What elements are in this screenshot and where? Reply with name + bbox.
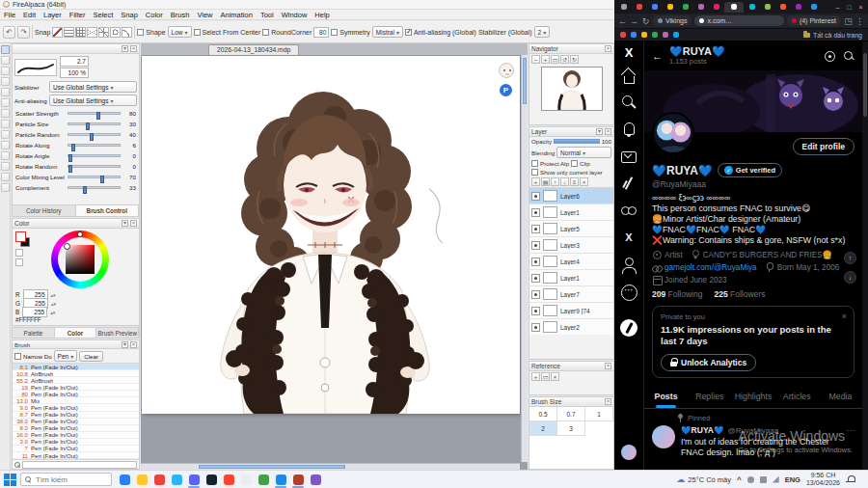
select-from-center-checkbox[interactable] [194,29,201,36]
eraser-tool-icon[interactable] [1,56,10,65]
post-avatar[interactable] [652,425,675,448]
layer-visibility-icon[interactable] [531,274,540,283]
snap-off-icon[interactable] [52,27,63,38]
panel-close-icon[interactable] [130,45,137,52]
bookmark-icon[interactable] [652,32,658,38]
layer-row[interactable]: Layer4 [529,254,613,270]
browser-tab[interactable] [724,2,744,13]
scroll-up-button[interactable] [844,252,856,264]
tray-expand-icon[interactable] [737,475,742,484]
snap-cross-icon[interactable] [75,27,86,38]
address-pill[interactable]: Vikings [653,15,692,26]
bookmark-icon[interactable] [641,32,647,38]
quality-select[interactable]: Low [168,26,192,38]
canvas-artwork[interactable] [142,56,520,414]
communities-icon[interactable] [619,202,638,221]
layer-visibility-icon[interactable] [531,307,540,315]
zoom-in-icon[interactable] [541,55,550,64]
back-icon[interactable] [618,16,627,26]
close-button[interactable] [855,4,866,11]
layer-row[interactable]: Layer7 [529,286,613,303]
vertical-scrollbar[interactable] [521,55,528,462]
slider-track[interactable] [68,165,121,168]
stepper-icon[interactable]: ▴▾ [51,301,56,307]
brush-opacity-input[interactable]: 100 % [60,68,89,78]
notifications-icon[interactable] [846,474,855,484]
panel-close-icon[interactable] [605,128,611,135]
menu-item[interactable]: Select [89,11,117,19]
taskbar-search[interactable] [20,473,112,486]
clear-reference-icon[interactable] [551,372,559,381]
antialiasing-checkbox[interactable] [405,29,412,36]
brush-filter-select[interactable]: Pen [54,350,78,362]
swap-colors-button[interactable] [15,249,23,257]
grok-icon[interactable] [619,175,638,194]
layer-row[interactable]: Layer1 [529,204,613,221]
layer-visibility-icon[interactable] [531,225,540,233]
rotate-right-icon[interactable] [570,55,579,64]
move-tool-icon[interactable] [1,141,10,149]
taskbar-app-icon[interactable] [150,472,168,488]
panel-close-icon[interactable] [605,45,611,52]
browser-tab[interactable] [760,2,774,13]
layer-row[interactable]: Layer5 [529,221,613,237]
panel-menu-icon[interactable] [122,45,128,52]
x-logo-icon[interactable] [619,43,638,61]
menu-item[interactable]: Color [142,11,167,19]
forward-icon[interactable] [630,16,638,26]
browser-tab[interactable] [745,2,759,13]
clipping-checkbox[interactable] [571,160,578,167]
airbrush-tool-icon[interactable] [1,77,10,86]
browser-tab[interactable] [647,2,662,13]
menu-item[interactable]: Snap [117,11,142,19]
get-verified-button[interactable]: Get verified [718,163,782,177]
slider-track[interactable] [68,144,121,147]
clock[interactable]: 9:56 CH 13/04/2026 [806,472,840,487]
show-only-checkbox[interactable] [531,169,538,176]
panel-menu-icon[interactable] [122,220,128,227]
minimize-button[interactable] [832,4,843,11]
narrow-down-checkbox[interactable] [14,353,21,360]
gradient-tool-icon[interactable] [1,98,10,107]
slider-handle[interactable] [100,176,104,183]
hand-tool-icon[interactable] [1,173,10,181]
taskbar-app-icon[interactable] [237,472,255,488]
foreground-color-swatch[interactable] [15,231,26,242]
slider-handle[interactable] [90,133,94,141]
protect-alpha-checkbox[interactable] [531,160,538,167]
menu-item[interactable]: Brush [167,11,194,19]
taskbar-app-icon[interactable] [185,472,203,488]
start-button[interactable] [4,474,16,486]
tray-icon[interactable] [773,476,779,483]
browser-tab[interactable] [791,2,805,13]
menu-item[interactable]: File [0,11,19,19]
slider-track[interactable] [68,112,121,115]
pinned-post[interactable]: Pinned 💙RUYA💙 @RuyaMiyaaa I'm out of ide… [644,409,862,463]
snap-vanishing-icon[interactable] [87,27,97,38]
notifications-icon[interactable] [619,121,638,140]
browser-tab[interactable] [632,2,646,13]
browser-tab[interactable] [775,2,790,13]
zoom-tool-icon[interactable] [1,183,10,192]
menu-item[interactable]: Help [311,11,333,19]
taskbar-app-icon[interactable] [220,472,237,488]
following-stat[interactable]: 209 Following [652,289,702,299]
weather-widget[interactable]: 25°C Có mây [676,474,731,484]
brush-size-cell[interactable]: 2 [529,421,557,436]
p-badge-icon[interactable]: P [500,84,512,96]
bookmark-icon[interactable] [673,32,679,38]
alpaca-sticker-icon[interactable] [499,63,514,78]
taskbar-app-icon[interactable] [307,472,324,488]
layer-row[interactable]: Layer3 [529,237,613,254]
tray-icon[interactable] [760,476,767,483]
search-input[interactable] [34,474,101,485]
add-layer-icon[interactable] [531,177,540,186]
panel-tab[interactable]: Palette [13,328,55,338]
home-icon[interactable] [619,67,638,86]
snap-parallel-icon[interactable] [64,27,74,38]
menu-item[interactable]: Layer [40,11,66,19]
language-indicator[interactable]: ENG [785,475,800,484]
roundcorner-checkbox[interactable] [262,29,269,36]
move-layer-up-icon[interactable] [551,177,559,186]
bookmark-icon[interactable] [620,32,626,38]
